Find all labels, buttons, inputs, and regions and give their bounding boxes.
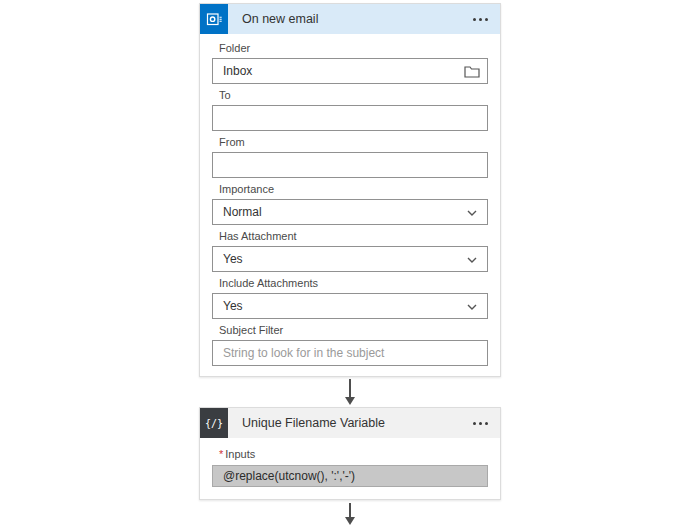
- trigger-card-body: Folder To: [200, 34, 500, 376]
- trigger-card-title: On new email: [228, 12, 467, 26]
- flow-designer-canvas: On new email Folder: [0, 0, 700, 525]
- subject-filter-input[interactable]: [212, 340, 488, 366]
- has-attachment-selected-value: Yes: [223, 252, 243, 266]
- folder-picker-button[interactable]: [463, 63, 481, 79]
- inputs-field-label: *Inputs: [219, 448, 488, 460]
- connector-arrow-down: [199, 503, 501, 525]
- variables-icon: {/}: [200, 408, 228, 438]
- chevron-down-icon: [467, 210, 477, 216]
- importance-select[interactable]: Normal: [212, 199, 488, 225]
- include-attachments-select[interactable]: Yes: [212, 293, 488, 319]
- from-input[interactable]: [212, 152, 488, 178]
- trigger-card-header[interactable]: On new email: [200, 4, 500, 34]
- required-marker: *: [219, 448, 223, 460]
- field-from-label: From: [219, 136, 488, 148]
- field-to-label: To: [219, 89, 488, 101]
- field-subject-filter-label: Subject Filter: [219, 324, 488, 336]
- field-to: To: [212, 89, 488, 131]
- action-card-title: Unique Filename Variable: [228, 416, 467, 430]
- has-attachment-select[interactable]: Yes: [212, 246, 488, 272]
- flow-column: On new email Folder: [199, 3, 501, 525]
- action-card-body: *Inputs @replace(utcnow(), ':','-'): [200, 438, 500, 499]
- field-include-attachments-label: Include Attachments: [219, 277, 488, 289]
- chevron-down-icon: [467, 257, 477, 263]
- field-include-attachments: Include Attachments Yes: [212, 277, 488, 319]
- menu-ellipsis-icon[interactable]: [467, 12, 500, 27]
- field-has-attachment: Has Attachment Yes: [212, 230, 488, 272]
- include-attachments-selected-value: Yes: [223, 299, 243, 313]
- field-folder-label: Folder: [219, 42, 488, 54]
- trigger-card-on-new-email: On new email Folder: [199, 3, 501, 377]
- field-importance-label: Importance: [219, 183, 488, 195]
- folder-input[interactable]: [212, 58, 488, 84]
- action-card-header[interactable]: {/} Unique Filename Variable: [200, 408, 500, 438]
- menu-ellipsis-icon[interactable]: [467, 416, 500, 431]
- field-from: From: [212, 136, 488, 178]
- action-card-unique-filename-variable: {/} Unique Filename Variable *Inputs @re…: [199, 407, 501, 500]
- inputs-expression-field[interactable]: @replace(utcnow(), ':','-'): [212, 465, 488, 487]
- field-importance: Importance Normal: [212, 183, 488, 225]
- variables-icon-glyph: {/}: [205, 418, 223, 429]
- connector-arrow-down: [199, 379, 501, 405]
- to-input[interactable]: [212, 105, 488, 131]
- importance-selected-value: Normal: [223, 205, 262, 219]
- folder-icon: [464, 65, 480, 78]
- chevron-down-icon: [467, 304, 477, 310]
- field-has-attachment-label: Has Attachment: [219, 230, 488, 242]
- outlook-icon: [200, 4, 228, 34]
- field-subject-filter: Subject Filter: [212, 324, 488, 366]
- field-folder: Folder: [212, 42, 488, 84]
